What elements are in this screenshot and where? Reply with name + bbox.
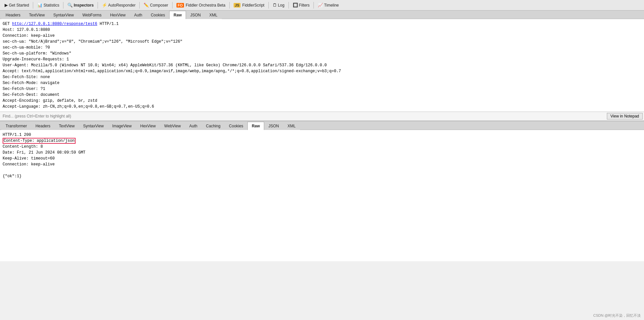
search-bar: View in Notepad xyxy=(0,112,644,121)
req-accept: Accept: text/html,application/xhtml+xml,… xyxy=(3,68,641,74)
tab-cookies-resp[interactable]: Cookies xyxy=(225,122,247,130)
request-content: GET http://127.0.0.1:8080/response/test6… xyxy=(0,19,644,112)
response-content: HTTP/1.1 200 Content-Type: application/j… xyxy=(0,130,644,261)
statistics-button[interactable]: 📊 Statistics xyxy=(34,2,62,9)
separator xyxy=(63,2,63,9)
resp-connection: Connection: keep-alive xyxy=(3,161,641,167)
req-sec-fetch-site: Sec-Fetch-Site: none xyxy=(3,74,641,80)
separator xyxy=(139,2,140,9)
fiddlerscript-button[interactable]: JS FiddlerScript xyxy=(231,2,267,9)
js-badge: JS xyxy=(234,3,241,8)
tab-caching-resp[interactable]: Caching xyxy=(202,122,225,130)
req-upgrade: Upgrade-Insecure-Requests: 1 xyxy=(3,56,641,62)
resp-keep-alive: Keep-Alive: timeout=60 xyxy=(3,156,641,161)
tab-raw-resp[interactable]: Raw xyxy=(247,122,264,130)
separator xyxy=(172,2,172,9)
tab-imageview-resp[interactable]: ImageView xyxy=(108,122,136,130)
tab-headers-req[interactable]: Headers xyxy=(1,11,25,19)
req-sec-ch-ua-mobile: sec-ch-ua-mobile: ?0 xyxy=(3,45,641,51)
inspectors-icon: 🔍 xyxy=(67,3,73,8)
separator xyxy=(229,2,230,9)
req-connection: Connection: keep-alive xyxy=(3,33,641,39)
log-icon: 🗒 xyxy=(273,3,277,8)
tab-json-resp[interactable]: JSON xyxy=(264,122,283,130)
tab-raw-req[interactable]: Raw xyxy=(169,11,186,19)
tab-webforms-req[interactable]: WebForms xyxy=(78,11,106,19)
tab-auth-req[interactable]: Auth xyxy=(130,11,147,19)
separator xyxy=(33,2,33,9)
get-started-button[interactable]: ▶ Get Started xyxy=(2,2,32,9)
request-line: GET http://127.0.0.1:8080/response/test6… xyxy=(3,21,641,27)
content-type-highlight: Content-Type: application/json xyxy=(3,138,76,144)
get-started-icon: ▶ xyxy=(5,3,8,8)
log-button[interactable]: 🗒 Log xyxy=(270,2,287,9)
req-accept-language: Accept-Language: zh-CN,zh;q=0.9,en;q=0.8… xyxy=(3,104,641,110)
tab-hexview-resp[interactable]: HexView xyxy=(136,122,160,130)
separator xyxy=(98,2,98,9)
composer-icon: ✏️ xyxy=(144,3,149,8)
req-accept-encoding: Accept-Encoding: gzip, deflate, br, zstd xyxy=(3,98,641,104)
tab-syntaxview-req[interactable]: SyntaxView xyxy=(49,11,78,19)
statistics-icon: 📊 xyxy=(37,3,42,8)
separator xyxy=(268,2,269,9)
req-sec-fetch-user: Sec-Fetch-User: ?1 xyxy=(3,86,641,92)
request-tab-bar: Headers TextView SyntaxView WebForms Hex… xyxy=(0,11,644,19)
request-url[interactable]: http://127.0.0.1:8080/response/test6 xyxy=(12,22,97,26)
filters-icon: 🔲 xyxy=(293,3,298,8)
fiddler-orchestra-button[interactable]: FO Fiddler Orchestra Beta xyxy=(174,2,228,9)
fo-badge: FO xyxy=(176,3,184,8)
view-notepad-button[interactable]: View in Notepad xyxy=(607,113,643,119)
tab-cookies-req[interactable]: Cookies xyxy=(147,11,169,19)
response-tab-bar: Transformer Headers TextView SyntaxView … xyxy=(0,121,644,130)
tab-syntaxview-resp[interactable]: SyntaxView xyxy=(79,122,108,130)
tab-xml-req[interactable]: XML xyxy=(205,11,222,19)
search-input[interactable] xyxy=(1,113,607,119)
autoresponder-button[interactable]: ⚡ AutoResponder xyxy=(99,2,138,9)
top-toolbar: ▶ Get Started 📊 Statistics 🔍 Inspectors … xyxy=(0,0,644,11)
separator xyxy=(313,2,314,9)
inspectors-button[interactable]: 🔍 Inspectors xyxy=(65,2,96,9)
req-sec-ch-ua-platform: Sec-ch-ua-platform: "Windows" xyxy=(3,51,641,56)
timeline-button[interactable]: 📈 Timeline xyxy=(315,2,341,9)
tab-json-req[interactable]: JSON xyxy=(186,11,205,19)
req-user-agent: User-Agent: Mozilla/5.0 (Windows NT 10.0… xyxy=(3,62,641,68)
tab-xml-resp[interactable]: XML xyxy=(283,122,300,130)
tab-auth-resp[interactable]: Auth xyxy=(185,122,202,130)
filters-button[interactable]: 🔲 Filters xyxy=(290,2,312,9)
resp-content-type-line: Content-Type: application/json xyxy=(3,138,641,144)
composer-button[interactable]: ✏️ Composer xyxy=(141,2,171,9)
separator xyxy=(288,2,289,9)
request-panel: Headers TextView SyntaxView WebForms Hex… xyxy=(0,11,644,121)
timeline-icon: 📈 xyxy=(318,3,323,8)
tab-webview-resp[interactable]: WebView xyxy=(160,122,185,130)
tab-hexview-req[interactable]: HexView xyxy=(106,11,130,19)
resp-body: {"ok":1} xyxy=(3,173,641,179)
req-host: Host: 127.0.0.1:8080 xyxy=(3,27,641,33)
req-sec-ch-ua: sec-ch-ua: "Not/A)Brand";v="8", "Chromiu… xyxy=(3,39,641,45)
response-panel: Transformer Headers TextView SyntaxView … xyxy=(0,121,644,261)
resp-status-line: HTTP/1.1 200 xyxy=(3,132,641,138)
watermark: CSDN @时光不染，回忆不淡 xyxy=(593,313,641,318)
req-sec-fetch-dest: Sec-Fetch-Dest: document xyxy=(3,92,641,98)
tab-textview-resp[interactable]: TextView xyxy=(55,122,79,130)
req-sec-fetch-mode: Sec-Fetch-Mode: navigate xyxy=(3,80,641,86)
tab-transformer-resp[interactable]: Transformer xyxy=(1,122,31,130)
tab-headers-resp[interactable]: Headers xyxy=(31,122,55,130)
resp-content-length: Content-Length: 8 xyxy=(3,144,641,150)
autoresponder-icon: ⚡ xyxy=(102,3,107,8)
tab-textview-req[interactable]: TextView xyxy=(25,11,49,19)
resp-date: Date: Fri, 21 Jun 2024 08:09:59 GMT xyxy=(3,150,641,156)
